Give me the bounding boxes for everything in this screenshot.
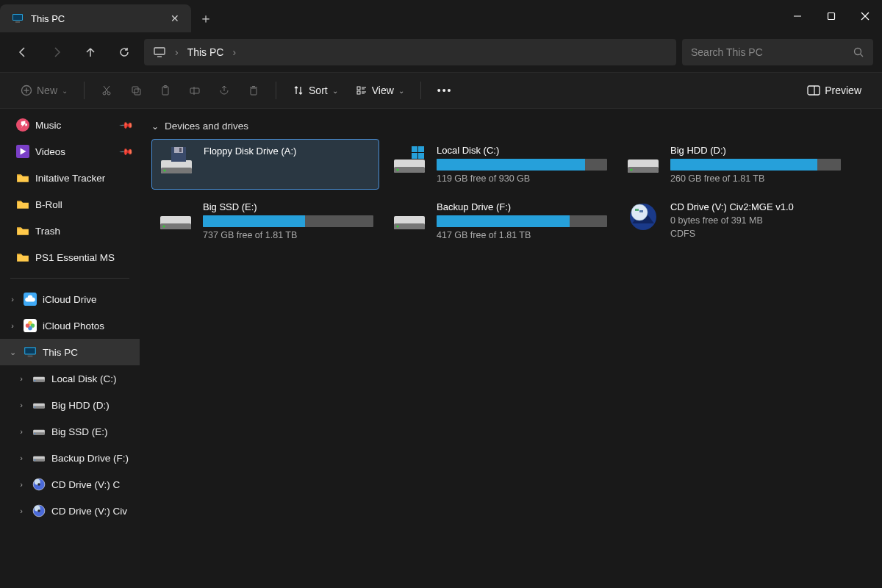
paste-button[interactable]	[152, 77, 179, 104]
sidebar-item-drive[interactable]: ›Local Disk (C:)	[0, 365, 140, 392]
drive-free-text: 260 GB free of 1.81 TB	[670, 173, 841, 184]
maximize-button[interactable]	[814, 0, 848, 32]
svg-rect-1	[13, 15, 22, 20]
sidebar-item-drive[interactable]: ›Big SSD (E:)	[0, 418, 140, 445]
sidebar-item-label: Music	[35, 120, 61, 131]
refresh-button[interactable]	[110, 39, 138, 65]
breadcrumb-location[interactable]: This PC	[187, 46, 224, 58]
rename-button[interactable]	[182, 77, 208, 104]
drive-item[interactable]: Local Disk (C:)119 GB free of 930 GB	[385, 139, 613, 190]
sidebar-item-ps1-essential-ms[interactable]: PS1 Essential MS	[0, 244, 140, 270]
drive-icon	[32, 372, 46, 385]
sidebar-item-label: B-Roll	[35, 199, 62, 210]
sidebar-item-label: CD Drive (V:) Civ	[51, 506, 127, 517]
view-label: View	[372, 85, 394, 96]
sidebar-item-drive[interactable]: ›Backup Drive (F:)	[0, 445, 140, 471]
more-button[interactable]: •••	[430, 77, 460, 104]
sidebar-item-initative-tracker[interactable]: Initative Tracker	[0, 165, 140, 191]
sidebar-item-label: Big HDD (D:)	[51, 400, 110, 411]
back-button[interactable]	[9, 39, 37, 65]
address-bar[interactable]: › This PC ›	[144, 39, 676, 65]
sidebar-item-label: Local Disk (C:)	[51, 373, 117, 384]
svg-rect-78	[418, 153, 424, 159]
icloud-icon	[24, 293, 37, 306]
up-button[interactable]	[76, 39, 104, 65]
sidebar-item-b-roll[interactable]: B-Roll	[0, 191, 140, 218]
capacity-bar	[437, 215, 607, 227]
chevron-down-icon: ⌄	[332, 87, 338, 95]
sidebar-item-music[interactable]: Music📌	[0, 112, 140, 138]
sidebar-item-drive[interactable]: ›CD Drive (V:) C	[0, 471, 140, 498]
minimize-button[interactable]	[781, 0, 814, 32]
copy-button[interactable]	[123, 77, 149, 104]
chevron-right-icon: ›	[7, 295, 18, 304]
close-tab-button[interactable]: ✕	[171, 12, 179, 24]
drive-icon	[391, 145, 428, 176]
sidebar-item-label: Big SSD (E:)	[51, 426, 108, 437]
tab-title: This PC	[31, 13, 65, 24]
svg-point-14	[103, 92, 106, 95]
sidebar-item-icloud-photos[interactable]: ›iCloud Photos	[0, 312, 140, 339]
drive-icon	[32, 451, 46, 465]
chevron-right-icon: ›	[232, 46, 236, 58]
chevron-down-icon: ⌄	[398, 87, 404, 95]
pin-icon: 📌	[119, 118, 135, 133]
capacity-bar	[670, 159, 841, 171]
svg-rect-70	[174, 147, 183, 153]
sidebar-item-icloud-drive[interactable]: ›iCloud Drive	[0, 286, 140, 312]
tab-active[interactable]: This PC ✕	[0, 4, 191, 32]
drive-item[interactable]: Big HDD (D:)260 GB free of 1.81 TB	[619, 139, 847, 190]
monitor-icon	[153, 46, 166, 59]
svg-point-84	[163, 226, 165, 228]
drive-item[interactable]: Big SSD (E:)737 GB free of 1.81 TB	[151, 196, 379, 246]
preview-label: Preview	[825, 85, 861, 96]
sidebar-item-this-pc[interactable]: ⌄ This PC	[0, 339, 140, 365]
chevron-right-icon: ›	[16, 506, 26, 515]
title-bar: This PC ✕ ＋	[0, 0, 882, 32]
sidebar-item-label: Initative Tracker	[35, 173, 105, 184]
videos-icon	[16, 145, 29, 158]
svg-rect-75	[412, 146, 417, 152]
svg-rect-7	[154, 48, 165, 54]
sort-button[interactable]: Sort ⌄	[285, 77, 345, 104]
sidebar-item-drive[interactable]: ›Big HDD (D:)	[0, 392, 140, 418]
drive-item[interactable]: Backup Drive (F:)417 GB free of 1.81 TB	[385, 196, 613, 246]
this-pc-icon	[12, 12, 24, 24]
svg-rect-71	[179, 148, 182, 152]
svg-point-9	[855, 48, 861, 54]
svg-rect-24	[251, 88, 257, 95]
delete-button[interactable]	[240, 77, 267, 104]
drive-icon	[32, 425, 46, 438]
drive-icon	[158, 146, 195, 176]
svg-rect-4	[828, 13, 835, 20]
svg-point-48	[34, 380, 35, 381]
chevron-down-icon: ⌄	[62, 87, 68, 95]
share-button[interactable]	[211, 77, 237, 104]
search-input[interactable]	[691, 46, 846, 58]
forward-button[interactable]	[43, 39, 71, 65]
new-tab-button[interactable]: ＋	[191, 4, 220, 32]
chevron-right-icon: ›	[16, 453, 26, 462]
chevron-right-icon: ›	[16, 427, 26, 436]
preview-button[interactable]: Preview	[800, 77, 869, 104]
section-header[interactable]: ⌄ Devices and drives	[151, 121, 870, 132]
sidebar-item-videos[interactable]: Videos📌	[0, 138, 140, 165]
sidebar-item-drive[interactable]: ›CD Drive (V:) Civ	[0, 498, 140, 524]
new-button[interactable]: New ⌄	[13, 77, 75, 104]
drive-free-text: 417 GB free of 1.81 TB	[437, 230, 607, 240]
view-button[interactable]: View ⌄	[348, 77, 412, 104]
svg-rect-77	[412, 153, 417, 159]
sidebar-item-trash[interactable]: Trash	[0, 218, 140, 244]
close-window-button[interactable]	[848, 0, 882, 32]
drive-item[interactable]: CD Drive (V:) Civ2:MGE v1.00 bytes free …	[619, 196, 847, 246]
window-controls	[781, 0, 882, 32]
drive-icon	[32, 504, 46, 517]
drive-name: Big SSD (E:)	[203, 201, 373, 212]
drive-icon	[625, 201, 662, 232]
search-box[interactable]	[682, 39, 873, 65]
svg-rect-76	[418, 146, 424, 152]
cut-button[interactable]	[93, 77, 120, 104]
drive-item[interactable]: Floppy Disk Drive (A:)	[151, 139, 379, 190]
chevron-right-icon: ›	[16, 374, 26, 383]
folder-icon	[16, 171, 29, 184]
